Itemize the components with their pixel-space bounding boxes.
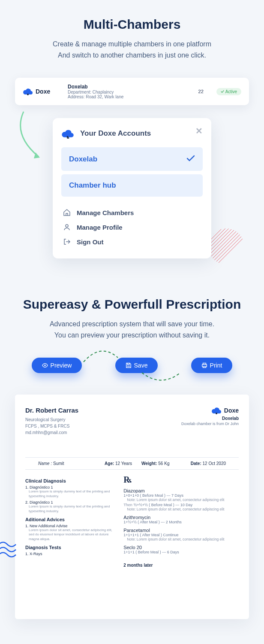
svg-point-0 [27, 94, 29, 95]
section2-title: Supereasy & Powerfull Prescription [9, 297, 255, 312]
svg-line-15 [208, 228, 245, 265]
section2-desc: Advanced prescription system that will s… [9, 319, 255, 340]
eye-icon [42, 362, 48, 368]
followup-text: 2 months later [123, 563, 239, 568]
svg-line-11 [208, 228, 245, 264]
active-badge: Active [216, 88, 241, 95]
svg-point-18 [216, 413, 217, 414]
preview-button[interactable]: Preview [32, 358, 82, 373]
brand-text: Doxe [36, 88, 50, 95]
close-icon[interactable]: ✕ [195, 126, 203, 136]
cloud-icon [23, 88, 33, 95]
action-buttons-row: Preview Save Print [15, 358, 249, 373]
doctor-info: Dr. Robert Carras Neurological Surgery F… [25, 407, 78, 436]
chamber-summary-card: Doxe Doxelab Department: Chaplaincy Addr… [15, 78, 249, 105]
checkmark-icon [186, 154, 195, 164]
account-item-chamberhub[interactable]: Chamber hub [61, 174, 203, 197]
menu-manage-profile[interactable]: Manage Profile [61, 220, 203, 234]
accounts-popover: ✕ Your Doxe Accounts Doxelab Chamber hub [53, 118, 211, 258]
menu-manage-chambers[interactable]: Manage Chambers [61, 205, 203, 220]
svg-line-13 [208, 228, 245, 265]
print-button[interactable]: Print [191, 358, 233, 373]
home-icon [63, 209, 71, 216]
prescription-document: Dr. Robert Carras Neurological Surgery F… [15, 395, 249, 619]
user-icon [63, 223, 71, 231]
doxe-logo: Doxe [23, 88, 59, 95]
svg-line-3 [208, 228, 234, 237]
signout-icon [63, 238, 71, 246]
svg-line-10 [208, 228, 245, 261]
svg-line-14 [208, 228, 245, 265]
deco-wave-icon [0, 540, 16, 562]
rx-left-column: Clinical Diagnosis 1. Diagnóstico 1 Lore… [25, 475, 115, 568]
svg-line-4 [208, 228, 237, 240]
dash-curve-icon [140, 368, 183, 386]
accounts-title: Your Doxe Accounts [80, 129, 151, 138]
arrow-curve-icon [15, 109, 49, 165]
section1-desc: Create & manage multiple chambers in one… [9, 39, 255, 61]
chamber-info: Doxelab Department: Chaplaincy Address: … [68, 84, 186, 99]
rx-symbol-icon: Rx. [123, 475, 239, 485]
menu-sign-out[interactable]: Sign Out [61, 234, 203, 249]
section1-title: Multi-Chambers [9, 17, 255, 32]
cloud-icon [61, 128, 74, 139]
print-icon [201, 362, 207, 368]
dash-curve-icon [81, 347, 120, 364]
account-item-doxelab[interactable]: Doxelab [61, 147, 203, 171]
chamber-count: 22 [198, 89, 204, 94]
svg-point-17 [44, 365, 46, 367]
svg-line-5 [208, 228, 241, 244]
cloud-icon [211, 407, 222, 414]
svg-line-8 [208, 228, 245, 254]
svg-point-1 [66, 225, 68, 227]
brand-info: Doxe Doxelab Doxelab chamber is from Dr … [181, 407, 239, 436]
deco-diagonal-icon [208, 228, 245, 265]
svg-line-6 [208, 228, 244, 247]
save-icon [126, 362, 132, 368]
patient-info-row: Name : Sumit Age: 12 Years Weight: 56 Kg… [25, 457, 239, 470]
svg-line-12 [208, 228, 245, 265]
svg-line-7 [208, 228, 245, 251]
svg-line-9 [208, 228, 245, 258]
rx-right-column: Rx. Diazopam 1+0+1+0 ( Before Meal ) ---… [123, 475, 239, 568]
svg-line-16 [208, 228, 245, 265]
